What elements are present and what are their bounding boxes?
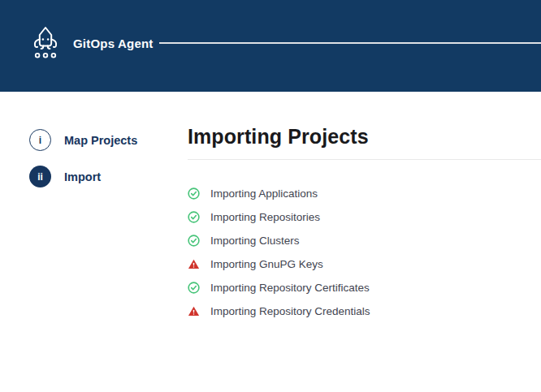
title-divider bbox=[188, 159, 541, 160]
warning-triangle-icon bbox=[188, 258, 200, 270]
app-title: GitOps Agent bbox=[73, 37, 154, 50]
import-status-label: Importing Clusters bbox=[210, 235, 300, 247]
wizard-step-import[interactable]: ii Import bbox=[29, 166, 184, 187]
import-status-item: Importing Applications bbox=[188, 182, 541, 205]
import-status-label: Importing Applications bbox=[210, 187, 318, 200]
check-circle-icon bbox=[188, 211, 200, 223]
check-circle-icon bbox=[188, 187, 200, 200]
warning-triangle-icon bbox=[188, 305, 200, 317]
argo-squid-icon bbox=[31, 24, 60, 60]
wizard-step-label: Import bbox=[64, 170, 101, 183]
app-header: GitOps Agent bbox=[0, 0, 541, 92]
main-pane: Importing Projects bbox=[188, 92, 541, 323]
step-number-badge-active: ii bbox=[29, 166, 51, 187]
step-number-badge: i bbox=[29, 129, 51, 151]
import-status-label: Importing Repository Certificates bbox=[210, 282, 370, 294]
import-status-item: Importing Clusters bbox=[188, 229, 541, 252]
import-status-item: Importing GnuPG Keys bbox=[188, 252, 541, 276]
wizard-step-map-projects[interactable]: i Map Projects bbox=[29, 129, 184, 151]
import-status-list: Importing Applications bbox=[188, 182, 541, 323]
import-status-item: Importing Repositories bbox=[188, 205, 541, 229]
import-status-label: Importing GnuPG Keys bbox=[210, 258, 323, 270]
wizard-step-label: Map Projects bbox=[64, 134, 137, 147]
check-circle-icon bbox=[188, 282, 200, 294]
page-title: Importing Projects bbox=[188, 125, 541, 149]
page-content: i Map Projects ii Import Importing Proje… bbox=[0, 92, 541, 392]
check-circle-icon bbox=[188, 235, 200, 247]
import-status-label: Importing Repositories bbox=[210, 211, 320, 223]
header-divider-line bbox=[159, 42, 541, 44]
wizard-sidebar: i Map Projects ii Import bbox=[29, 129, 184, 202]
import-status-item: Importing Repository Credentials bbox=[188, 299, 541, 323]
import-status-label: Importing Repository Credentials bbox=[210, 305, 370, 317]
import-status-item: Importing Repository Certificates bbox=[188, 276, 541, 299]
